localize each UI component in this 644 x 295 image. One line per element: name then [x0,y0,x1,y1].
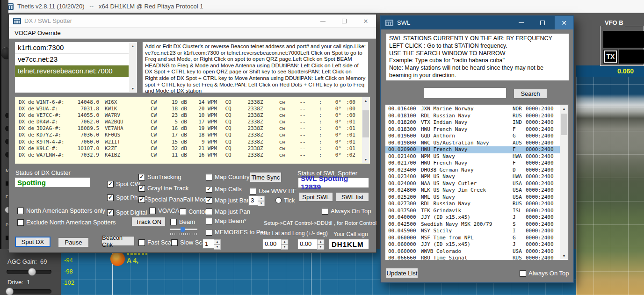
scan-count-stepper[interactable]: 1 ▲▼ [203,239,221,249]
close-button[interactable]: ✕ [356,14,375,28]
stepper-down-icon[interactable]: ▼ [317,245,324,250]
swl-list-button[interactable]: SWL list [336,192,369,201]
callsign-field[interactable]: DH1KLM [329,239,369,249]
exclude-na-spotters-checkbox[interactable]: Exclude North American Spotters [17,219,116,226]
spot-swl-button[interactable]: Spot SWL [299,192,333,201]
dx-spot-row[interactable]: DX deW1NT-6-#:14048.0WI6XCW19 dB14 WPMCQ… [15,99,362,106]
na-spotters-only-checkbox[interactable]: North American Spotters only [17,207,105,214]
scrollbar-thumb[interactable] [362,110,369,137]
swl-station-row[interactable]: 00.025200NML US NavyUSA0000:2400 [385,194,560,201]
swl-list-scrollbar[interactable]: ▲ ▼ [560,105,568,259]
vfo-b-sub-display[interactable] [619,50,644,64]
swl-station-row[interactable]: 00.018200VTX Indian NavyIND0000:2400 [385,119,560,126]
use-wwv-checkbox[interactable]: Use WWV HF [250,187,297,194]
always-on-top-checkbox[interactable]: Always On Top [322,208,371,215]
swl-station-row[interactable]: 00.045900NSY SicilyI0000:2400 [385,228,560,235]
swl-station-row[interactable]: 00.023400DHO38 German NavyD0000:2400 [385,167,560,174]
swl-station-row[interactable]: 00.066660RBU Time SignalRUS0000:2400 [385,255,560,260]
vfo-b-display[interactable] [603,31,644,48]
spot-dx-button[interactable]: Spot DX [15,237,51,247]
longitude-stepper[interactable]: 0.00 ▲▼ [297,239,325,249]
slider-thumb[interactable] [181,227,185,232]
scroll-up-icon[interactable]: ▲ [129,43,137,50]
dx-spot-row[interactable]: DX deK9LC-#:10107.0K2ZFCW32 dB21 WPMCQ23… [15,145,362,152]
swl-station-row[interactable]: 00.021400NPM US NavyHWA0000:2400 [385,153,560,160]
tx-button[interactable]: TX [604,50,617,63]
beam-slider[interactable] [170,227,197,235]
swl-station-row[interactable]: 00.024800NLK US Navy Jim CreekUSA0000:24… [385,187,560,194]
swl-always-on-top-checkbox[interactable]: Always On Top [520,270,569,277]
swl-station-row[interactable]: 00.020900HWU French NavyF0000:2400 [385,146,560,153]
swl-station-row[interactable]: 00.018100RDL Russian NavyRUS0000:2400 [385,113,560,120]
menu-vocap-override[interactable]: VOCAP Override [14,29,61,36]
stepper-up-icon[interactable]: ▲ [281,239,288,245]
dx-spot-row[interactable]: DX deKD7YZ-#:7036.0KF0QSCW17 dB18 WPMCQ2… [15,132,362,138]
map-calls-checkbox[interactable]: Map Calls [206,186,242,193]
minimize-button[interactable] [313,14,332,28]
swl-station-row[interactable]: 00.042500Swedish Navy MSK 200/79S0000:24… [385,221,560,228]
dx-spot-row[interactable]: DX deDR4W-#:7062.0WA2BQUCW5 dB17 WPMCQ23… [15,119,362,125]
scroll-up-icon[interactable]: ▲ [560,105,568,112]
scroll-down-icon[interactable]: ▼ [362,156,369,163]
swl-station-row[interactable]: 00.040000JJY (ID x15,x45)J0000:2400 [385,214,560,221]
maximize-button[interactable] [533,16,552,29]
map-just-band-checkbox[interactable]: Map just Band [206,197,253,204]
swl-station-row[interactable]: 00.018300HWU French NavyF0000:2400 [385,126,560,133]
spot-list-scrollbar[interactable]: ▲ ▼ [362,97,369,163]
swl-station-row[interactable]: 00.019800NWC US/Australian NavyAUS0000:2… [385,140,560,147]
pause-button[interactable]: Pause [58,237,89,247]
dx-spot-row[interactable]: DX deWA7LNW-#:7032.9K4IBZCW11 dB16 WPMCQ… [15,152,362,158]
spot-digital-checkbox[interactable]: Spot Digital [107,209,147,216]
update-list-button[interactable]: Update List [386,268,418,278]
swl-station-row[interactable]: 00.019600GQD AnthornG0000:2400 [385,133,560,140]
scroll-up-icon[interactable]: ▲ [362,97,369,104]
stepper-up-icon[interactable]: ▲ [317,239,324,245]
swl-station-row[interactable]: 00.060000WWVB ColoradoUSA0000:2400 [385,248,560,255]
maximize-button[interactable] [335,14,354,28]
stepper-down-icon[interactable]: ▼ [214,245,221,250]
dx-spot-row[interactable]: DX deK9TM-4-#:7060.0W2IITCW15 dB9 WPMCQ2… [15,139,362,145]
telnet-server-item[interactable]: ve7cc.net:23 [15,54,129,65]
dx-spot-list[interactable]: DX deW1NT-6-#:14048.0WI6XCW19 dB14 WPMCQ… [14,96,370,164]
stepper-up-icon[interactable]: ▲ [214,239,221,245]
spot-cw-checkbox[interactable]: Spot CW [107,180,140,187]
agc-gain-slider-thumb[interactable] [28,268,36,276]
search-button[interactable]: Search [514,89,547,99]
memories-to-pan-checkbox[interactable]: MEMORIES to Pan [206,229,267,236]
panafall-checkbox[interactable]: Special PanaFall Mode [138,196,210,203]
search-input[interactable] [424,87,507,99]
telnet-server-item[interactable]: telnet.reversebeacon.net:7000 [15,65,129,77]
grayline-checkbox[interactable]: GrayLine Track [138,185,188,192]
latitude-stepper[interactable]: 0.00 ▲▼ [262,239,289,249]
telnet-list-scrollbar[interactable]: ▲ ▼ [129,43,137,92]
world-map-right[interactable] [576,77,644,295]
swl-station-row[interactable]: 00.027300RDL Russian NavyRUS0000:2400 [385,201,560,208]
stepper-down-icon[interactable]: ▼ [281,245,288,250]
drive-slider-thumb[interactable] [6,288,14,295]
swl-station-row[interactable]: 00.016400JXN Marine NorwayNOR0000:2400 [385,106,560,113]
suntracking-checkbox[interactable]: SunTracking [138,173,181,180]
dx-spot-row[interactable]: DX deW3UA-#:7031.8KW1KCW18 dB20 WPMCQ233… [15,106,362,112]
swl-station-row[interactable]: 00.060000MSF Time from NPLG0000:2400 [385,235,560,242]
swl-station-row[interactable]: 00.021700HWU French NavyF0000:2400 [385,160,560,167]
swl-station-list[interactable]: 00.016400JXN Marine NorwayNOR0000:2400 0… [385,104,569,260]
dx-spot-row[interactable]: DX de3D2AG-#:18089.5VE7AHACW16 dB19 WPMC… [15,125,362,132]
close-button[interactable]: ✕ [555,16,573,29]
map-beam-checkbox[interactable]: Map Beam° [206,217,246,224]
scroll-down-icon[interactable]: ▼ [129,85,137,92]
swl-station-row[interactable]: 00.060000JJY (ID x15,x45)J0000:2400 [385,241,560,248]
beam-checkbox[interactable]: Beam [170,218,195,225]
telnet-server-item[interactable]: k1rfi.com:7300 [15,42,129,54]
stepper-down-icon[interactable]: ▼ [258,201,265,206]
dx-spot-row[interactable]: DX deVE7CC-#:14055.0WA7RVCW23 dB10 WPMCQ… [15,112,362,119]
swl-station-row[interactable]: 00.024000NAA US Navy CutlerUSA0000:2400 [385,180,560,187]
scroll-down-icon[interactable]: ▼ [560,252,568,259]
swl-station-row[interactable]: 00.023400NPM US NavyHWA0000:2400 [385,173,560,180]
map-just-pan-checkbox[interactable]: Map just Pan [206,208,250,215]
swl-station-row[interactable]: 00.037500TFK GrindavikISL0000:2400 [385,208,560,215]
track-on-button[interactable]: Track ON [131,217,166,226]
minimize-button[interactable] [512,16,530,29]
voacap-checkbox[interactable]: VOACAP [149,207,183,214]
time-sync-button[interactable]: Time Sync [250,172,282,182]
fast-scan-checkbox[interactable]: Fast Scan [138,239,175,246]
